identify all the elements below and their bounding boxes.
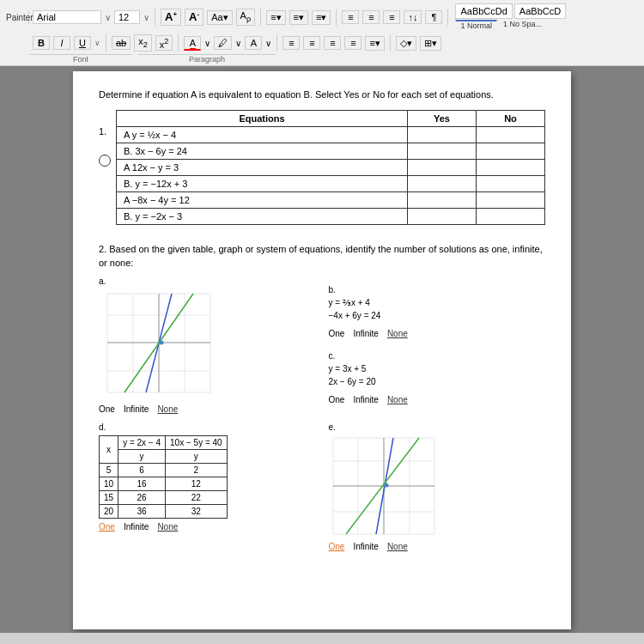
subscript-btn[interactable]: x2	[134, 34, 152, 51]
strikethrough-btn[interactable]: ab	[112, 36, 131, 50]
style-normal-name[interactable]: 1 Normal	[455, 20, 497, 31]
clear-format-btn[interactable]: Aρ	[236, 9, 256, 25]
shading-btn[interactable]: ◇▾	[396, 36, 416, 51]
divider5	[106, 34, 106, 52]
no-b2	[477, 176, 545, 192]
d-table-header: x y = 2x − 4 10x − 5y = 40	[100, 436, 228, 450]
underline-arrow: ∨	[94, 39, 100, 47]
eq-b1: B. 3x − 6y = 24	[117, 143, 408, 160]
infinite-b: Infinite	[353, 329, 378, 338]
d-col-x: x	[100, 436, 118, 464]
eq-b2: B. y = −12x + 3	[117, 176, 408, 192]
line-spacing-btn[interactable]: ≡▾	[365, 36, 384, 51]
d-r3-x: 15	[100, 491, 118, 505]
graph-e	[329, 435, 440, 538]
outline-btn[interactable]: ≡▾	[312, 10, 331, 25]
document-area: Determine if equation A is equivalent to…	[0, 66, 644, 633]
yes-a3	[408, 192, 477, 209]
num-list-btn[interactable]: ≡▾	[289, 10, 308, 25]
d-sub-y1: y	[118, 450, 166, 464]
q2-item-e: e.	[329, 422, 546, 551]
item-e-label: e.	[329, 422, 546, 432]
q1-number: 1.	[99, 126, 106, 137]
shrink-font-btn[interactable]: A-	[185, 9, 204, 25]
none-e: None	[387, 542, 408, 551]
align-right-btn[interactable]: ≡	[362, 10, 380, 24]
superscript-btn[interactable]: x2	[155, 35, 173, 52]
q2-instructions: 2. Based on the given table, graph or sy…	[99, 243, 545, 270]
font-color-arrow: ∨	[204, 39, 210, 48]
one-c: One	[329, 395, 345, 404]
svg-point-11	[160, 341, 164, 345]
pilcrow-btn[interactable]: ¶	[425, 10, 442, 24]
yes-a2	[408, 160, 477, 176]
q2-row-de: d. x y = 2x − 4 10x − 5y = 40 y y	[99, 422, 545, 551]
align-justify-btn[interactable]: ≡	[383, 10, 400, 24]
align-center-btn[interactable]: ≡	[342, 10, 359, 24]
style-nospace-name[interactable]: 1 No Spa...	[499, 20, 546, 31]
table-row: 20 36 32	[100, 505, 228, 519]
list-btn[interactable]: ≡▾	[266, 10, 285, 25]
sort-btn[interactable]: ↑↓	[404, 10, 422, 24]
highlight-arrow: ∨	[235, 39, 241, 48]
none-a: None	[157, 404, 178, 414]
d-r2-y2: 12	[166, 477, 228, 491]
align-justify2-btn[interactable]: ≡	[344, 36, 361, 50]
no-b1	[477, 143, 545, 160]
q2-item-a: a.	[99, 276, 316, 414]
yes-b1	[408, 143, 477, 160]
italic-btn[interactable]: I	[53, 36, 70, 50]
underline-btn[interactable]: U	[74, 36, 91, 50]
style-normal-preview[interactable]: AaBbCcDd	[455, 3, 512, 19]
no-a1	[477, 127, 545, 143]
answer-line-e: One Infinite None	[329, 542, 546, 551]
item-a-label: a.	[99, 276, 316, 286]
highlight-btn[interactable]: 🖊	[214, 36, 232, 50]
divider8	[390, 34, 391, 52]
eq-a3: A −8x − 4y = 12	[117, 192, 408, 209]
eq-c2: 2x − 6y = 20	[329, 375, 546, 388]
styles-names-row: 1 Normal 1 No Spa...	[455, 20, 566, 31]
border-btn[interactable]: ⊞▾	[420, 36, 441, 51]
style-nospace-preview[interactable]: AaBbCcD	[514, 3, 566, 19]
font-size-input[interactable]	[114, 10, 140, 24]
eq-c-text: y = 3x + 5 2x − 6y = 20	[329, 362, 546, 388]
answer-line-a: One Infinite None	[99, 404, 316, 414]
font-color2-btn[interactable]: A	[245, 36, 262, 50]
item-b-label: b.	[329, 285, 546, 295]
painter-text: Painter	[6, 13, 33, 22]
page: Determine if equation A is equivalent to…	[73, 71, 571, 629]
eq-a1: A y = ½x − 4	[117, 127, 408, 143]
d-header-eq2: 10x − 5y = 40	[166, 436, 228, 450]
toolbar: Painter ∨ ∨ A+ A- Aa▾ Aρ ≡▾ ≡▾ ≡▾ ≡ ≡ ≡ …	[0, 0, 644, 66]
q2-number: 2.	[99, 244, 106, 254]
eq-b2: −4x + 6y = 24	[329, 309, 546, 322]
table-row: 10 16 12	[100, 477, 228, 491]
d-r1-y2: 2	[166, 464, 228, 477]
eq-c1: y = 3x + 5	[329, 362, 546, 375]
circle-marker	[99, 155, 111, 167]
style1-label: AaBbCcDd	[460, 6, 507, 16]
align-right2-btn[interactable]: ≡	[324, 36, 341, 50]
table-row: B. y = −2x − 3	[117, 209, 545, 225]
d-sub-y2: y	[166, 450, 228, 464]
font-color-btn[interactable]: A	[184, 36, 201, 51]
d-r2-y1: 16	[118, 477, 166, 491]
bold-btn[interactable]: B	[33, 36, 50, 50]
align-center2-btn[interactable]: ≡	[303, 36, 320, 50]
grow-font-btn[interactable]: A+	[161, 9, 181, 25]
divider2	[260, 9, 261, 26]
align-left2-btn[interactable]: ≡	[283, 36, 300, 50]
one-a: One	[99, 404, 115, 414]
no-b3	[477, 209, 545, 225]
toolbar-labels: Font Paragraph	[3, 53, 641, 64]
infinite-a: Infinite	[124, 404, 149, 414]
style2-label: AaBbCcD	[519, 6, 561, 16]
font-name-input[interactable]	[33, 10, 101, 24]
table-row: A y = ½x − 4	[117, 127, 545, 143]
eq-b1: y = ⅔x + 4	[329, 296, 546, 309]
case-btn[interactable]: Aa▾	[207, 10, 232, 25]
no-a3	[477, 192, 545, 209]
toolbar-row1: Painter ∨ ∨ A+ A- Aa▾ Aρ ≡▾ ≡▾ ≡▾ ≡ ≡ ≡ …	[3, 2, 641, 33]
table-row: B. 3x − 6y = 24	[117, 143, 545, 160]
